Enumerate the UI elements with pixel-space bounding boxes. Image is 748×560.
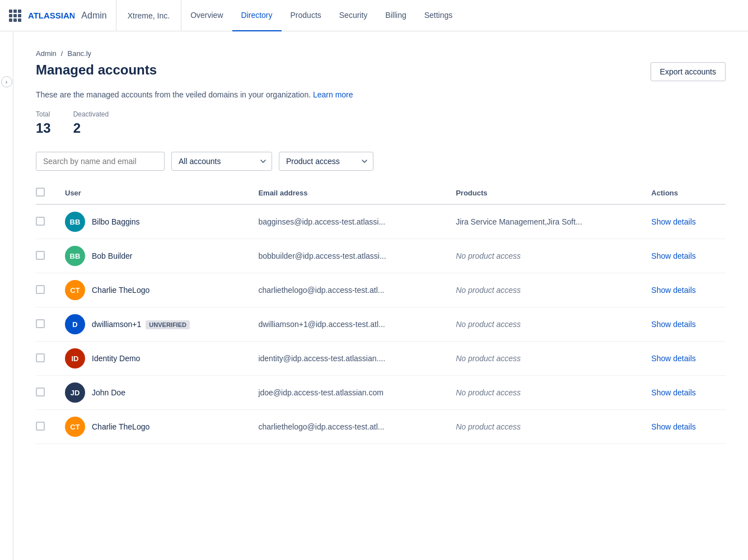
user-name: Bob Builder (92, 251, 132, 260)
breadcrumb-admin[interactable]: Admin (36, 49, 57, 58)
select-all-checkbox[interactable] (36, 188, 45, 197)
user-cell: CTCharlie TheLogo (65, 417, 245, 437)
user-cell: IDIdentity Demo (65, 348, 245, 368)
user-cell: Ddwilliamson+1UNVERIFIED (65, 314, 245, 334)
nav-products[interactable]: Products (282, 0, 330, 31)
row-checkbox[interactable] (36, 388, 45, 396)
table-row: Ddwilliamson+1UNVERIFIEDdwilliamson+1@id… (36, 307, 726, 342)
table-row: JDJohn Doejdoe@idp.access-test.atlassian… (36, 376, 726, 410)
col-email-header: Email address (251, 182, 449, 204)
products-cell: No product access (449, 410, 644, 444)
product-access-filter-select[interactable]: Product accessHas product accessNo produ… (279, 152, 373, 171)
main-content: Admin / Banc.ly Managed accounts Export … (13, 31, 748, 560)
avatar: JD (65, 382, 85, 403)
stats: Total 13 Deactivated 2 (36, 110, 726, 136)
row-checkbox[interactable] (36, 353, 45, 362)
products-cell: No product access (449, 307, 644, 342)
col-actions-header: Actions (644, 182, 726, 204)
avatar: ID (65, 348, 85, 368)
page-header: Managed accounts Export accounts (36, 62, 726, 81)
avatar: CT (65, 417, 85, 437)
accounts-table: User Email address Products Actions BBBi… (36, 182, 726, 444)
products-cell: No product access (449, 273, 644, 307)
accounts-filter-select[interactable]: All accountsActive accountsDeactivated a… (171, 152, 272, 171)
show-details-link[interactable]: Show details (651, 286, 695, 295)
email-cell: charliethelogo@idp.access-test.atl... (251, 273, 449, 307)
user-cell: JDJohn Doe (65, 382, 245, 403)
user-name: dwilliamson+1 (92, 320, 141, 329)
avatar: D (65, 314, 85, 334)
page-title: Managed accounts (36, 62, 157, 78)
breadcrumb-current: Banc.ly (67, 49, 91, 58)
row-checkbox[interactable] (36, 285, 45, 294)
products-cell: Jira Service Management,Jira Soft... (449, 204, 644, 239)
stat-deactivated-value: 2 (73, 120, 109, 136)
show-details-link[interactable]: Show details (651, 388, 695, 397)
avatar: BB (65, 246, 85, 266)
atlassian-wordmark: ATLASSIAN (28, 10, 74, 21)
stat-deactivated: Deactivated 2 (73, 110, 109, 136)
show-details-link[interactable]: Show details (651, 354, 695, 363)
stat-deactivated-label: Deactivated (73, 110, 109, 118)
email-cell: dwilliamson+1@idp.access-test.atl... (251, 307, 449, 342)
email-cell: bagginses@idp.access-test.atlassi... (251, 204, 449, 239)
table-row: CTCharlie TheLogocharliethelogo@idp.acce… (36, 273, 726, 307)
user-name: Charlie TheLogo (92, 422, 149, 431)
show-details-link[interactable]: Show details (651, 251, 695, 260)
show-details-link[interactable]: Show details (651, 217, 695, 226)
export-accounts-button[interactable]: Export accounts (651, 62, 726, 81)
email-cell: bobbuilder@idp.access-test.atlassi... (251, 239, 449, 273)
avatar: BB (65, 212, 85, 232)
user-cell: BBBilbo Baggins (65, 212, 245, 232)
user-name: Charlie TheLogo (92, 286, 149, 295)
col-products-header: Products (449, 182, 644, 204)
top-navigation: ATLASSIAN Admin Xtreme, Inc. Overview Di… (0, 0, 748, 31)
avatar: CT (65, 280, 85, 300)
table-row: IDIdentity Demoidentity@idp.access-test.… (36, 342, 726, 376)
user-cell: CTCharlie TheLogo (65, 280, 245, 300)
user-name: Identity Demo (92, 354, 140, 363)
nav-security[interactable]: Security (330, 0, 377, 31)
stat-total-value: 13 (36, 120, 51, 136)
sidebar-toggle-button[interactable]: › (1, 76, 12, 87)
admin-label: Admin (81, 11, 106, 21)
nav-overview[interactable]: Overview (181, 0, 232, 31)
unverified-badge: UNVERIFIED (146, 320, 190, 329)
grid-icon[interactable] (9, 10, 21, 22)
row-checkbox[interactable] (36, 217, 45, 226)
nav-billing[interactable]: Billing (376, 0, 415, 31)
table-row: BBBob Builderbobbuilder@idp.access-test.… (36, 239, 726, 273)
col-checkbox-header (36, 182, 58, 204)
sidebar-toggle[interactable]: › (0, 31, 13, 560)
row-checkbox[interactable] (36, 319, 45, 328)
nav-settings[interactable]: Settings (415, 0, 462, 31)
table-row: CTCharlie TheLogocharliethelogo@idp.acce… (36, 410, 726, 444)
user-cell: BBBob Builder (65, 246, 245, 266)
breadcrumb-separator: / (61, 49, 63, 58)
row-checkbox[interactable] (36, 251, 45, 260)
email-cell: identity@idp.access-test.atlassian.... (251, 342, 449, 376)
layout: › Admin / Banc.ly Managed accounts Expor… (0, 31, 748, 560)
show-details-link[interactable]: Show details (651, 320, 695, 329)
org-name[interactable]: Xtreme, Inc. (116, 0, 181, 31)
atlassian-logo-svg: ATLASSIAN (28, 10, 74, 21)
breadcrumb: Admin / Banc.ly (36, 49, 726, 58)
svg-text:ATLASSIAN: ATLASSIAN (28, 10, 74, 20)
nav-directory[interactable]: Directory (232, 0, 282, 31)
user-name: Bilbo Baggins (92, 217, 140, 226)
logo: ATLASSIAN Admin (9, 10, 107, 22)
learn-more-link[interactable]: Learn more (313, 90, 353, 99)
page-description: These are the managed accounts from the … (36, 90, 726, 99)
search-input[interactable] (36, 152, 165, 171)
email-cell: jdoe@idp.access-test.atlassian.com (251, 376, 449, 410)
table-row: BBBilbo Bagginsbagginses@idp.access-test… (36, 204, 726, 239)
table-header-row: User Email address Products Actions (36, 182, 726, 204)
stat-total: Total 13 (36, 110, 51, 136)
col-user-header: User (58, 182, 251, 204)
nav-items: Overview Directory Products Security Bil… (181, 0, 461, 31)
products-cell: No product access (449, 376, 644, 410)
row-checkbox[interactable] (36, 422, 45, 431)
show-details-link[interactable]: Show details (651, 422, 695, 431)
stat-total-label: Total (36, 110, 51, 118)
products-cell: No product access (449, 239, 644, 273)
